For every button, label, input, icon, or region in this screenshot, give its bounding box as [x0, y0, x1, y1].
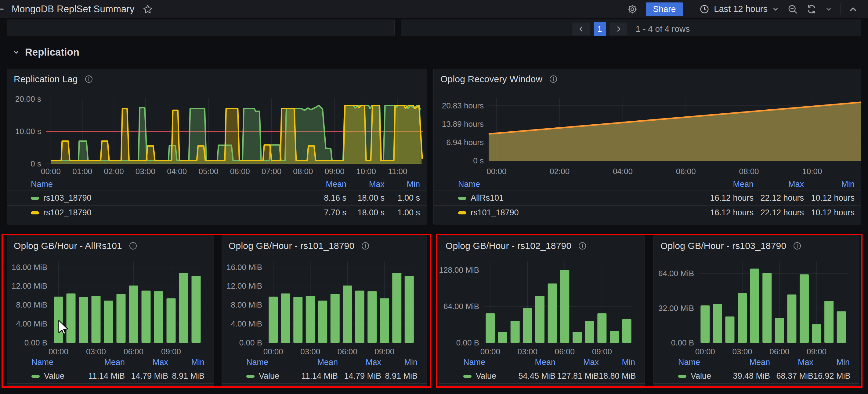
legend-header-max[interactable]: Max	[753, 179, 804, 189]
svg-text:10:00: 10:00	[802, 167, 822, 176]
info-icon[interactable]	[549, 75, 558, 83]
legend-row: rs101_1879016.12 hours22.12 hours10.12 h…	[434, 205, 861, 220]
svg-text:04:00: 04:00	[613, 167, 633, 176]
series-color-swatch	[463, 375, 471, 378]
legend-header-name[interactable]: Name	[246, 358, 289, 367]
panel-oplog-gbhour-rs103: Oplog GB/Hour - rs103_18790 0.00 B32.00 …	[653, 235, 860, 386]
legend-header-mean[interactable]: Mean	[695, 179, 753, 189]
svg-text:06:00: 06:00	[676, 167, 696, 176]
svg-text:0.00 B: 0.00 B	[24, 338, 47, 347]
legend-header-mean[interactable]: Mean	[289, 358, 338, 367]
svg-text:00:00: 00:00	[487, 167, 506, 176]
time-range-picker[interactable]: Last 12 hours	[699, 4, 779, 15]
panel-title[interactable]: Oplog GB/Hour - rs102_18790	[445, 241, 571, 251]
legend-header-min[interactable]: Min	[804, 179, 855, 189]
refresh-interval-chevron-icon[interactable]	[825, 5, 832, 13]
pagination-prev-button[interactable]	[572, 23, 590, 35]
svg-text:06:00: 06:00	[555, 347, 575, 356]
panel-title[interactable]: Replication Lag	[14, 74, 78, 84]
legend-max-value: 22.12 hours	[753, 193, 804, 203]
panel-title[interactable]: Oplog GB/Hour - rs101_18790	[228, 241, 354, 251]
svg-text:32.00 MiB: 32.00 MiB	[658, 304, 694, 313]
legend-min-value: 10.12 hours	[804, 193, 855, 203]
legend-series-name[interactable]: AllRs101	[458, 193, 695, 203]
svg-text:03:00: 03:00	[733, 347, 752, 356]
legend-series-name[interactable]: rs101_18790	[458, 208, 695, 218]
panel-title[interactable]: Oplog GB/Hour - rs103_18790	[660, 241, 786, 251]
legend-header-mean[interactable]: Mean	[298, 179, 346, 189]
svg-text:00:00: 00:00	[49, 347, 68, 356]
legend-header-mean[interactable]: Mean	[721, 358, 770, 367]
dashboard-settings-gear-icon[interactable]	[627, 4, 638, 15]
svg-text:09:00: 09:00	[161, 347, 181, 356]
legend-header-mean[interactable]: Mean	[76, 358, 125, 367]
legend-max-value: 22.12 hours	[753, 208, 804, 218]
info-icon[interactable]	[361, 242, 370, 250]
legend-max-value: 68.37 MiB	[770, 371, 813, 381]
legend-series-name[interactable]: Value	[678, 371, 721, 381]
legend-series-name[interactable]: Value	[31, 371, 76, 381]
legend-series-name[interactable]: Value	[246, 371, 289, 381]
legend-min-value: 10.12 hours	[804, 208, 855, 218]
info-icon[interactable]	[85, 75, 93, 83]
legend-min-value: 1.00 s	[384, 193, 420, 203]
legend-header-name[interactable]: Name	[31, 179, 298, 189]
legend-mean-value: 8.16 s	[298, 193, 346, 203]
legend-series-name[interactable]: Value	[463, 371, 507, 381]
svg-text:8.00 MiB: 8.00 MiB	[16, 300, 47, 309]
info-icon[interactable]	[578, 242, 587, 250]
legend-series-name[interactable]: rs103_18790	[31, 193, 298, 203]
share-button[interactable]: Share	[646, 2, 683, 16]
svg-text:07:00: 07:00	[261, 167, 281, 176]
legend-header-name[interactable]: Name	[463, 358, 507, 367]
legend-header-row: NameMeanMaxMin	[7, 356, 214, 369]
legend-mean-value: 7.70 s	[298, 208, 346, 218]
legend-min-value: 18.80 MiB	[599, 371, 635, 381]
svg-text:128.00 MiB: 128.00 MiB	[439, 265, 479, 275]
panel-title[interactable]: Oplog Recovery Window	[440, 74, 542, 84]
svg-text:03:00: 03:00	[518, 347, 537, 356]
collapse-topbar-chevron-up-icon[interactable]	[848, 5, 858, 14]
legend-series-name[interactable]: rs102_18790	[31, 208, 298, 218]
svg-text:01:00: 01:00	[72, 167, 92, 176]
info-icon[interactable]	[793, 242, 802, 250]
section-row-replication[interactable]: Replication	[12, 47, 79, 58]
svg-text:64.00 MiB: 64.00 MiB	[658, 269, 694, 278]
info-icon[interactable]	[129, 242, 137, 250]
legend-header-name[interactable]: Name	[31, 358, 76, 367]
legend-header-max[interactable]: Max	[125, 358, 168, 367]
panel-oplog-gbhour-rs102: Oplog GB/Hour - rs102_18790 0.00 B64.00 …	[439, 235, 645, 386]
svg-text:8.00 MiB: 8.00 MiB	[231, 300, 262, 309]
legend-header-max[interactable]: Max	[346, 179, 384, 189]
legend-header-mean[interactable]: Mean	[507, 358, 555, 367]
svg-text:0 s: 0 s	[31, 159, 41, 168]
legend-header-min[interactable]: Min	[599, 358, 635, 367]
panel-title[interactable]: Oplog GB/Hour - AllRs101	[14, 241, 122, 251]
legend-header-name[interactable]: Name	[678, 358, 721, 367]
svg-text:20.00 s: 20.00 s	[15, 94, 41, 104]
pagination-page-1-button[interactable]: 1	[594, 22, 606, 36]
legend-header-row: NameMeanMaxMin	[434, 178, 861, 191]
svg-text:64.00 MiB: 64.00 MiB	[443, 302, 479, 311]
legend-header-min[interactable]: Min	[813, 358, 850, 367]
pagination-next-button[interactable]	[610, 23, 627, 35]
series-color-swatch	[31, 197, 39, 200]
svg-text:06:00: 06:00	[124, 347, 144, 356]
refresh-icon[interactable]	[806, 4, 817, 15]
table-pagination: 1 1 - 4 of 4 rows	[572, 22, 690, 36]
legend-header-max[interactable]: Max	[770, 358, 813, 367]
favorite-star-icon[interactable]	[143, 4, 153, 15]
zoom-out-time-icon[interactable]	[787, 4, 798, 15]
svg-text:10:00: 10:00	[356, 167, 376, 176]
legend-header-min[interactable]: Min	[168, 358, 205, 367]
legend-header-name[interactable]: Name	[458, 179, 695, 189]
svg-text:11:00: 11:00	[388, 167, 407, 176]
legend-header-min[interactable]: Min	[381, 358, 417, 367]
svg-text:0 s: 0 s	[473, 156, 484, 165]
legend-header-max[interactable]: Max	[338, 358, 381, 367]
section-collapse-chevron-icon	[12, 48, 20, 56]
legend-header-max[interactable]: Max	[555, 358, 599, 367]
svg-text:0.00 B: 0.00 B	[239, 338, 262, 347]
legend-max-value: 127.81 MiB	[555, 371, 599, 381]
legend-header-min[interactable]: Min	[384, 179, 420, 189]
